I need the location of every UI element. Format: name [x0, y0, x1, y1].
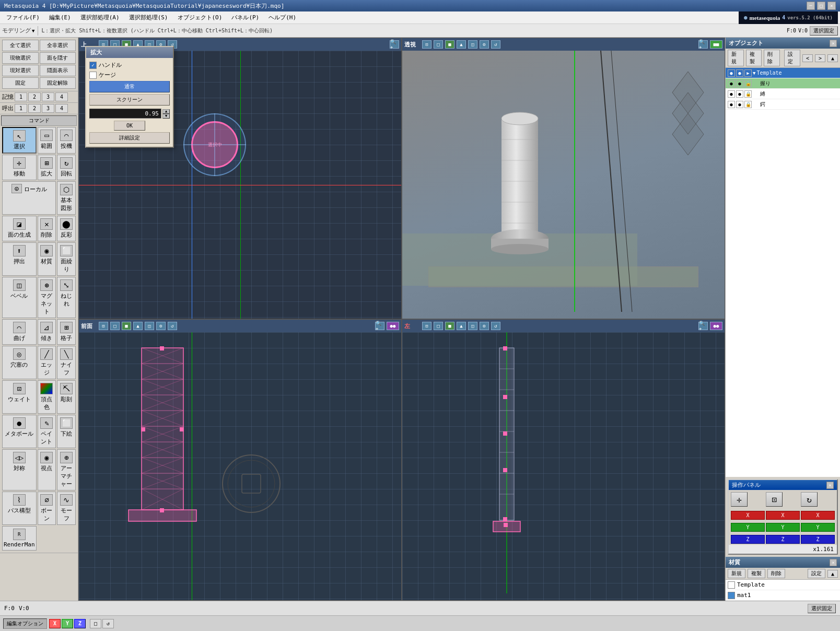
mat-mat1[interactable]: mat1: [726, 590, 840, 601]
cmd-twist[interactable]: ⤡ ねじれ: [57, 277, 76, 318]
obj-nigiri[interactable]: ● ● 🔒 握り: [726, 78, 840, 89]
cmd-path-model[interactable]: ⌇ パス構型: [2, 492, 37, 525]
cmd-local[interactable]: ⊙ ローカル: [2, 181, 56, 215]
vp-front-btn2[interactable]: □: [110, 322, 120, 330]
vp-left-color[interactable]: ●●: [710, 322, 722, 330]
memory-3[interactable]: 3: [42, 92, 54, 101]
vp-persp-zoom-in[interactable]: 🔍+: [698, 40, 708, 49]
op-z1-btn[interactable]: Z: [731, 535, 765, 544]
viewport-perspective[interactable]: 透視 ⊡ □ ■ ▲ ◫ ⚙ ↺ 🔍+ ■■: [402, 38, 725, 319]
op-z3-btn[interactable]: Z: [801, 535, 835, 544]
cmd-face-loop[interactable]: ⬜ 面繰り: [57, 242, 76, 276]
vp-left-btn4[interactable]: ▲: [457, 322, 466, 330]
cmd-bevel[interactable]: ◫ ベベル: [2, 277, 37, 318]
mat-new-btn[interactable]: 新規: [728, 569, 745, 578]
vp-front-btn4[interactable]: ▲: [133, 322, 143, 330]
vp-top-zoom-in[interactable]: 🔍+: [390, 40, 399, 49]
vp-front-settings[interactable]: ⚙: [156, 322, 166, 330]
obj-lock-btn[interactable]: ▲: [827, 54, 838, 62]
recall-4[interactable]: 4: [55, 104, 68, 113]
menu-panel[interactable]: パネル(P): [227, 13, 263, 22]
cmd-extrude[interactable]: ⬆ 押出: [2, 242, 37, 276]
popup-spin-down[interactable]: ▼: [162, 114, 170, 119]
mat-delete-btn[interactable]: 削除: [767, 569, 785, 578]
bottom-tool-1[interactable]: □: [90, 619, 101, 628]
hidden-show-btn[interactable]: 隠面表示: [40, 65, 76, 76]
obj-new-btn[interactable]: 新規: [728, 50, 744, 66]
current-select-btn[interactable]: 現物選択: [2, 52, 39, 64]
obj-copy-btn[interactable]: 複製: [746, 50, 762, 66]
viewport-left-content[interactable]: [402, 332, 725, 600]
all-select-btn[interactable]: 全て選択: [2, 40, 39, 51]
object-panel-close[interactable]: ×: [830, 40, 837, 47]
cmd-knife[interactable]: ╲ ナイフ: [57, 346, 76, 379]
obj-delete-btn[interactable]: 削除: [764, 50, 780, 66]
menu-edit[interactable]: 編集(E): [45, 13, 75, 22]
cmd-rotate[interactable]: ↻ 回転: [57, 155, 76, 180]
popup-screen-btn[interactable]: スクリーン: [89, 94, 170, 106]
obj-tsuba-eye[interactable]: ●: [728, 101, 735, 108]
cmd-edge[interactable]: ╱ エッジ: [38, 346, 56, 379]
cmd-sculpt[interactable]: ⛏ 彫刻: [57, 380, 76, 414]
op-y3-btn[interactable]: Y: [801, 523, 835, 532]
obj-tsuba-lock[interactable]: 🔒: [744, 101, 752, 108]
memory-1[interactable]: 1: [15, 92, 27, 101]
memory-2[interactable]: 2: [28, 92, 41, 101]
menu-select-area[interactable]: 選択部処理(A): [76, 13, 124, 22]
select-fix-btn[interactable]: 選択固定: [810, 26, 838, 36]
obj-settings-btn[interactable]: 設定: [784, 50, 800, 66]
cmd-symmetry[interactable]: ⬤ 反彩: [57, 216, 76, 241]
obj-shibari-lock[interactable]: 🔒: [744, 90, 752, 98]
obj-tsuba[interactable]: ● ● 🔒 鍔: [726, 99, 840, 110]
op-scale-btn[interactable]: ⊡: [766, 492, 783, 507]
visible-select-btn[interactable]: 現対選択: [2, 65, 39, 76]
cmd-range[interactable]: ▭ 範囲: [38, 127, 56, 154]
popup-value-display[interactable]: 0.95: [89, 109, 161, 119]
vp-persp-settings[interactable]: ⚙: [480, 40, 489, 49]
viewport-perspective-content[interactable]: [402, 51, 725, 319]
mat-copy-btn[interactable]: 複製: [748, 569, 765, 578]
vp-left-refresh[interactable]: ↺: [491, 322, 500, 330]
obj-shibari[interactable]: ● ● 🔒 縛: [726, 89, 840, 99]
menu-select-process[interactable]: 選択部処理(S): [125, 13, 172, 22]
recall-3[interactable]: 3: [42, 104, 54, 113]
viewport-front[interactable]: 前面 ⊡ □ ■ ▲ ◫ ⚙ ↺ 🔍+ ●●: [78, 319, 402, 601]
cmd-renderman[interactable]: R RenderMan: [2, 526, 37, 551]
cmd-face-gen[interactable]: ◪ 面の生成: [2, 216, 37, 241]
obj-template[interactable]: ● ● ▶ ▼ Template: [726, 68, 840, 78]
popup-normal-btn[interactable]: 通常: [89, 81, 170, 92]
cmd-weight[interactable]: ⊡ ウェイト: [2, 380, 37, 414]
cmd-delete[interactable]: ✕ 削除: [38, 216, 56, 241]
popup-detail-btn[interactable]: 詳細設定: [89, 132, 170, 144]
mode-selector[interactable]: モデリング ▼: [2, 27, 34, 34]
mode-dropdown-icon[interactable]: ▼: [32, 28, 34, 33]
x-axis-check[interactable]: X: [49, 619, 61, 628]
popup-handle-check[interactable]: ✓: [89, 62, 97, 69]
popup-ok-btn[interactable]: OK: [114, 121, 145, 131]
op-rotate-btn[interactable]: ↻: [801, 492, 818, 507]
op-x3-btn[interactable]: X: [801, 511, 835, 520]
vp-left-zoom-in[interactable]: 🔍+: [698, 322, 708, 330]
vp-front-refresh[interactable]: ↺: [168, 322, 177, 330]
cmd-lasso[interactable]: ⌒ 投機: [57, 127, 76, 154]
obj-nigiri-lock[interactable]: 🔒: [744, 80, 752, 87]
cmd-material[interactable]: ◉ 材質: [38, 242, 56, 276]
obj-tsuba-eye2[interactable]: ●: [736, 101, 743, 108]
vp-front-btn3[interactable]: ■: [122, 322, 131, 330]
popup-cage-check[interactable]: [89, 72, 97, 79]
obj-shibari-eye2[interactable]: ●: [736, 90, 743, 98]
op-y1-btn[interactable]: Y: [731, 523, 765, 532]
minimize-button[interactable]: ─: [807, 2, 815, 10]
vp-persp-btn3[interactable]: ■: [445, 40, 454, 49]
cmd-lattice[interactable]: ⊞ 格子: [57, 319, 76, 345]
op-x1-btn[interactable]: X: [731, 511, 765, 520]
vp-left-btn5[interactable]: ◫: [468, 322, 477, 330]
obj-shibari-eye[interactable]: ●: [728, 90, 735, 98]
cmd-scale[interactable]: ⊞ 拡大: [38, 155, 56, 180]
cmd-paint[interactable]: ✎ ペイント: [38, 415, 56, 448]
cmd-vertex-color[interactable]: 頂点色: [38, 380, 56, 414]
op-z2-btn[interactable]: Z: [766, 535, 800, 544]
obj-prev-btn[interactable]: <: [802, 54, 813, 62]
vp-left-btn2[interactable]: □: [434, 322, 443, 330]
obj-template-lock[interactable]: ▶: [744, 69, 752, 77]
